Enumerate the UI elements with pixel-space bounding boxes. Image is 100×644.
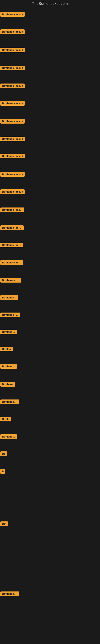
bottleneck-result-badge[interactable]: Bottleneck re [0,400,19,404]
result-row: Bottleneck resu [0,312,20,318]
result-row: Bo [0,452,7,457]
bottleneck-result-badge[interactable]: Bottleneck result [0,84,25,88]
bottleneck-result-badge[interactable]: Bottleneck result [0,243,23,247]
result-row: Bottleneck result [0,243,23,248]
result-row: Bottleneck result [0,260,23,266]
result-row: Bottleneck result [0,101,25,106]
bottleneck-result-badge[interactable]: Bottleneck result [0,190,25,194]
bottleneck-result-badge[interactable]: Bottlen [0,347,13,352]
bottleneck-result-badge[interactable]: Bottleneck r [0,295,18,300]
result-row: Bottleneck result [0,208,24,213]
result-row: Bottlenec [0,382,15,388]
bottleneck-result-badge[interactable]: Bottleneck result [0,101,25,106]
result-row: Bottleneck result [0,119,25,124]
result-row: Bottleneck result [0,84,25,89]
bottleneck-result-badge[interactable]: Bottleneck result [0,226,24,230]
result-row: Bottleneck [0,434,17,440]
result-row: Bottleneck result [0,172,25,178]
bottleneck-result-badge[interactable]: Bottleneck resu [0,312,20,317]
bottleneck-result-badge[interactable]: Bottlenec [0,382,15,386]
bottleneck-result-badge[interactable]: Bottleneck resul [0,278,21,282]
result-row: Bottleneck r [0,295,18,301]
bottleneck-result-badge[interactable]: Bo [0,452,7,456]
result-row: Bottleneck [0,330,17,335]
bottleneck-result-badge[interactable]: Bottleneck result [0,48,25,52]
result-row: Bottleneck result [0,66,25,71]
result-row: Bottleneck [0,364,17,370]
bottleneck-result-badge[interactable]: Bottleneck re [0,592,19,596]
bottleneck-result-badge[interactable]: Bottleneck result [0,208,24,212]
bottleneck-result-badge[interactable]: Bottleneck result [0,119,25,124]
bottleneck-result-badge[interactable]: Bottleneck [0,330,17,334]
result-row: Bottleneck result [0,30,25,35]
result-row: Bottleneck re [0,400,19,405]
bottleneck-result-badge[interactable]: Bottle [0,417,11,422]
result-row: Bottleneck result [0,190,25,195]
bottleneck-result-badge[interactable]: Bottleneck result [0,137,25,141]
result-row: Bottleneck re [0,592,19,597]
result-row: Bottleneck result [0,137,25,142]
bottleneck-result-badge[interactable]: Bottleneck result [0,12,25,17]
bottleneck-result-badge[interactable]: Bot [0,522,8,526]
result-row: Bottleneck result [0,12,25,18]
bottleneck-result-badge[interactable]: Bottleneck result [0,154,25,158]
result-row: Bottlen [0,347,13,352]
result-row: Bot [0,522,8,527]
bottleneck-result-badge[interactable]: Bottleneck [0,364,17,369]
bottleneck-result-badge[interactable]: Bottleneck result [0,172,25,177]
result-row: Bottle [0,417,11,422]
result-row: Bottleneck resul [0,278,21,283]
result-row: Bottleneck result [0,226,24,231]
bottleneck-result-badge[interactable]: Bottleneck [0,434,17,439]
bottleneck-result-badge[interactable]: Bottleneck result [0,30,25,34]
result-row: Bottleneck result [0,154,25,159]
bottleneck-result-badge[interactable]: B [0,469,5,474]
site-title: TheBottlenecker.com [0,0,100,7]
result-row: Bottleneck result [0,48,25,53]
bottleneck-result-badge[interactable]: Bottleneck result [0,260,23,265]
bottleneck-result-badge[interactable]: Bottleneck result [0,66,25,70]
result-row: B [0,469,5,474]
